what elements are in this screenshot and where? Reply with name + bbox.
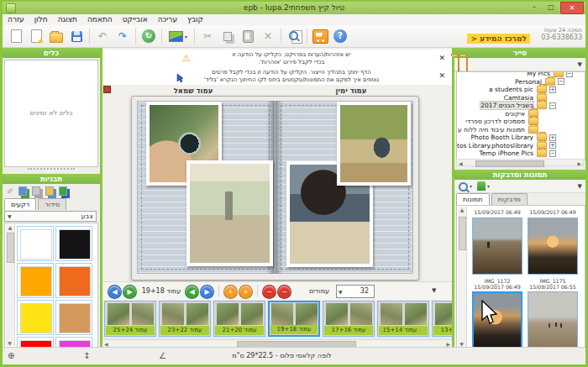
tree-item-selected[interactable]: −בשביל הבנים 2017 <box>457 102 585 110</box>
tab-order[interactable]: סידור <box>38 198 66 210</box>
manage-templates-icon[interactable] <box>59 186 67 196</box>
expand-icon[interactable]: + <box>549 87 556 93</box>
swatch-black[interactable] <box>55 226 92 261</box>
scroll-down-icon[interactable]: ▼ <box>6 340 13 346</box>
menu-edit[interactable]: עריכה <box>153 14 182 25</box>
maximize-button[interactable]: □ <box>543 2 559 13</box>
save-button[interactable] <box>67 28 86 45</box>
filmstrip-options-button[interactable]: ▼ <box>432 287 436 294</box>
tree-item[interactable]: Camtasia <box>457 94 585 102</box>
paste-button[interactable] <box>239 28 257 45</box>
swatch-dark-orange[interactable] <box>55 263 92 298</box>
thumbnails-scrollbar[interactable]: ▲ ▼ <box>458 207 467 347</box>
help-button[interactable]: ? <box>331 28 349 45</box>
target-icon[interactable]: ⊕ <box>8 351 14 360</box>
photos-options-button[interactable]: ▼ <box>578 183 582 190</box>
tree-scrollbar[interactable]: ◀ ▶ <box>456 159 584 166</box>
cut-button[interactable]: ✂ <box>198 28 217 45</box>
pages-count-select[interactable]: 32 ▼ <box>336 285 375 298</box>
tree-item-label[interactable]: Photos Library.photoslibrary <box>456 142 533 149</box>
minimize-button[interactable]: – <box>527 2 542 13</box>
swatch-white[interactable] <box>17 226 54 261</box>
scrollbar-thumb[interactable] <box>7 233 14 263</box>
collapse-icon[interactable]: − <box>566 71 573 77</box>
collapse-icon[interactable]: − <box>549 150 556 157</box>
zoom-thumbnails-button[interactable]: ▾ <box>458 181 472 191</box>
scrollbar-thumb[interactable] <box>475 160 544 167</box>
scrollbar-thumb[interactable] <box>237 341 356 347</box>
remove-template-icon[interactable] <box>32 186 40 196</box>
tree-item-label[interactable]: Temp iPhone Pics <box>479 149 533 157</box>
tree-item-label[interactable]: My Pics <box>527 71 550 77</box>
menu-help[interactable]: עזרה <box>3 14 29 25</box>
swatch-scrollbar[interactable]: ▲ ▼ <box>6 224 15 346</box>
tree-item[interactable]: −Temp iPhone Pics <box>457 149 585 158</box>
filmstrip-scrollbar[interactable]: ◀ ▶ <box>102 339 452 347</box>
tree-item-label[interactable]: Photo Booth Library <box>471 134 533 141</box>
spread-thumb-18-19-selected[interactable]: עמוד 19+18 <box>268 301 320 337</box>
menu-file[interactable]: קובץ <box>182 14 208 25</box>
order-cart-button[interactable] <box>311 28 329 45</box>
tree-item[interactable]: −My Pics <box>457 71 585 78</box>
close-icon[interactable]: ✕ <box>438 71 445 80</box>
redo-button[interactable]: ↷ <box>113 28 132 45</box>
last-spread-button[interactable]: ▶ <box>200 285 214 299</box>
title-bar[interactable]: טיול קיץ משפחתי2.epb - lupa – □ ✕ <box>3 2 585 14</box>
close-icon[interactable]: ✕ <box>438 54 445 62</box>
spread-thumb-20-21[interactable]: עמוד 21+20 <box>213 301 265 337</box>
spread-thumb-24-25[interactable]: עמוד 25+24 <box>104 301 156 337</box>
photo-family-park[interactable] <box>337 102 411 186</box>
background-type-select[interactable]: צבע ▼ <box>4 211 97 222</box>
scroll-left-icon[interactable]: ◀ <box>104 341 108 347</box>
spread-canvas[interactable]: עמוד שמאל עמוד ימין <box>102 85 452 281</box>
menu-fit[interactable]: התאמה <box>82 14 118 25</box>
tree-item-label[interactable]: מסמכים לדרכון ספרדי <box>465 118 525 125</box>
expand-icon[interactable]: + <box>549 134 556 141</box>
spread-thumb-16-17[interactable]: עמוד 17+16 <box>323 301 375 337</box>
tree-item-label[interactable]: תמונות עיבוד חיה ללוח ע <box>458 126 525 134</box>
tree-item-label[interactable]: Camtasia <box>504 94 533 102</box>
remove-spread-button[interactable]: − <box>277 285 291 299</box>
tab-images[interactable]: תמונות <box>456 193 490 205</box>
photo-thumb-img-1175[interactable] <box>528 218 578 275</box>
swatch-yellow[interactable] <box>17 300 54 335</box>
spread-thumb-14-15[interactable]: ⚠עמוד 15+14 <box>377 301 429 337</box>
apply-template-icon[interactable]: ✐ <box>7 186 13 197</box>
scroll-down-icon[interactable]: ▼ <box>458 341 465 347</box>
tree-item[interactable]: −Personal <box>457 78 585 87</box>
preview-image-button[interactable]: ▾ <box>165 28 191 45</box>
browse-folder-button[interactable] <box>466 56 468 72</box>
scroll-up-icon[interactable]: ▲ <box>458 207 466 212</box>
photo-thumb-img-1172[interactable] <box>472 218 522 275</box>
menu-window[interactable]: חלון <box>29 14 53 25</box>
sync-button[interactable]: ↻ <box>139 28 158 45</box>
tree-item[interactable]: +Photo Booth Library <box>457 134 585 142</box>
new-project-button[interactable]: ★ <box>27 28 45 45</box>
info-center-link[interactable]: למרכז המידע < <box>467 34 530 44</box>
filter-photos-button[interactable]: ▾ <box>477 181 490 191</box>
add-page-after-button[interactable]: + <box>239 285 253 299</box>
next-spread-button[interactable]: ◀ <box>185 285 199 299</box>
warnings-notification[interactable]: ⚠ יש אזהרות/הערות בפרויקט, הקליקו על הוד… <box>102 50 452 68</box>
tab-backgrounds[interactable]: רקעים <box>4 198 36 210</box>
tree-item-label[interactable]: a students pic <box>489 86 533 93</box>
panel-splitter[interactable] <box>28 168 75 172</box>
tree-item[interactable]: מסמכים לדרכון ספרדי <box>457 118 585 126</box>
page-preview-button[interactable] <box>285 28 303 45</box>
tree-item[interactable]: +Photos Library.photoslibrary <box>457 142 585 150</box>
tree-item-label[interactable]: איקונים <box>505 110 525 118</box>
remove-page-button[interactable]: − <box>262 285 276 299</box>
angle-icon[interactable]: ∠ <box>159 351 166 360</box>
open-button[interactable] <box>47 28 66 45</box>
photobook-spread[interactable] <box>131 96 419 280</box>
scroll-left-icon[interactable]: ◀ <box>459 160 463 166</box>
scroll-right-icon[interactable]: ▶ <box>446 341 450 347</box>
bleed-notification[interactable]: הדף יחתך בתהליך הייצור. הקליקו על הודעה … <box>102 67 452 86</box>
photo-thumb[interactable] <box>528 291 578 349</box>
scroll-right-icon[interactable]: ▶ <box>577 160 581 166</box>
expand-icon[interactable]: + <box>549 142 556 149</box>
spread-thumb-22-23[interactable]: עמוד 23+22 <box>159 301 211 337</box>
collapse-icon[interactable]: − <box>549 102 556 109</box>
delete-button[interactable]: ✕ <box>259 28 277 45</box>
menu-view[interactable]: תצוגה <box>53 14 82 25</box>
